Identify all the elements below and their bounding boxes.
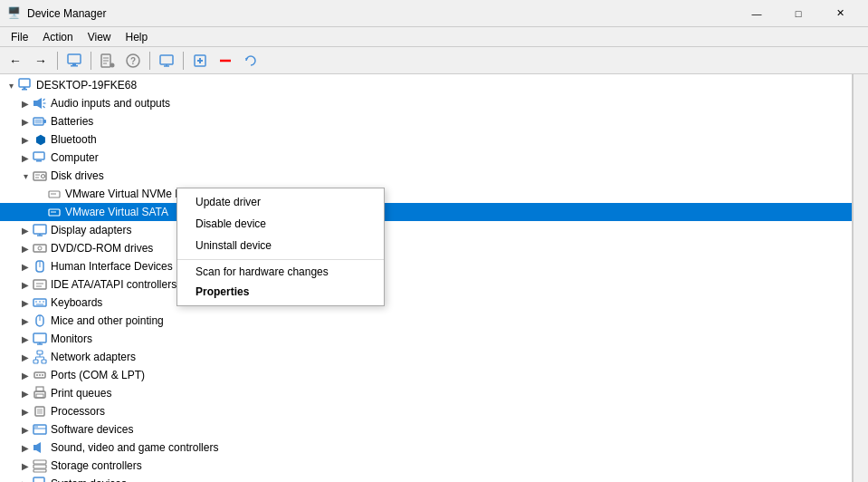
sound-icon [33,440,47,455]
expand-system[interactable]: ▶ [18,477,33,482]
tree-mouse[interactable]: ▶ Mice and other pointing [0,312,852,330]
context-scan-changes[interactable]: Scan for hardware changes [177,259,384,281]
context-uninstall-device[interactable]: Uninstall device [177,235,384,256]
tree-audio[interactable]: ▶ Audio inputs and outputs [0,94,852,112]
tree-root[interactable]: ▾ DESKTOP-19FKE68 [0,76,852,94]
tree-processors[interactable]: ▶ Processors [0,402,852,420]
tree-computer[interactable]: ▶ Computer [0,149,852,167]
expand-keyboard[interactable]: ▶ [18,295,33,310]
sata-label: VMware Virtual SATA [65,206,168,218]
toolbar-properties[interactable] [96,50,119,72]
svg-marker-80 [36,442,41,453]
tree-sata[interactable]: ▶ VMware Virtual SATA [0,203,852,221]
expand-mouse[interactable]: ▶ [18,313,33,328]
svg-rect-79 [33,445,36,450]
menu-file[interactable]: File [4,29,35,45]
tree-hid[interactable]: ▶ Human Interface Devices [0,257,852,275]
tree-dvd[interactable]: ▶ DVD/CD-ROM drives [0,239,852,257]
tree-software[interactable]: ▶ Software devices [0,420,852,439]
svg-line-25 [43,106,45,108]
tree-print[interactable]: ▶ Print queues [0,384,852,402]
main-content: ▾ DESKTOP-19FKE68 ▶ Audio inputs and out… [0,74,868,482]
nvme-icon [47,187,62,201]
expand-audio[interactable]: ▶ [18,96,33,111]
tree-keyboard[interactable]: ▶ Keyboards [0,294,852,312]
svg-rect-2 [72,63,76,65]
svg-rect-75 [37,409,43,414]
tree-monitors[interactable]: ▶ Monitors [0,330,852,348]
ide-label: IDE ATA/ATAPI controllers [51,278,176,291]
tree-disk[interactable]: ▾ Disk drives [0,167,852,185]
keyboard-icon [33,295,47,310]
context-properties[interactable]: Properties [177,281,384,303]
menu-help[interactable]: Help [119,29,156,45]
toolbar-remove[interactable] [214,50,237,72]
svg-rect-82 [33,465,46,468]
context-disable-device[interactable]: Disable device [177,213,384,235]
expand-network[interactable]: ▶ [18,350,33,364]
monitors-label: Monitors [51,333,92,345]
tree-storage[interactable]: ▶ Storage controllers [0,457,852,475]
menu-action[interactable]: Action [35,29,80,45]
expand-computer[interactable]: ▶ [18,150,33,165]
toolbar-help[interactable]: ? [121,50,145,72]
svg-point-70 [42,374,43,376]
menu-view[interactable]: View [81,29,119,45]
device-tree[interactable]: ▾ DESKTOP-19FKE68 ▶ Audio inputs and out… [0,74,853,482]
svg-rect-47 [33,280,46,289]
network-icon [33,350,47,364]
close-button[interactable]: ✕ [819,0,861,27]
toolbar-add[interactable] [188,50,212,72]
expand-batteries[interactable]: ▶ [18,114,33,129]
svg-rect-43 [33,245,46,252]
expand-display[interactable]: ▶ [18,223,33,237]
storage-icon [33,458,47,473]
expand-nvme: ▶ [33,187,47,201]
svg-rect-21 [33,101,37,106]
toolbar-display[interactable] [155,50,178,72]
expand-ide[interactable]: ▶ [18,277,33,292]
expand-print[interactable]: ▶ [18,386,33,400]
software-label: Software devices [51,423,133,436]
tree-network[interactable]: ▶ Network adapters [0,348,852,366]
toolbar-forward[interactable]: → [29,50,52,72]
expand-storage[interactable]: ▶ [18,458,33,473]
tree-nvme[interactable]: ▶ VMware Virtual NVMe Disk [0,185,852,203]
toolbar-back[interactable]: ← [4,50,27,72]
dvd-label: DVD/CD-ROM drives [51,242,153,255]
tree-system[interactable]: ▶ System devices [0,475,852,482]
expand-software[interactable]: ▶ [18,422,33,437]
context-update-driver[interactable]: Update driver [177,191,384,213]
tree-ports[interactable]: ▶ Ports (COM & LPT) [0,366,852,384]
tree-display[interactable]: ▶ Display adapters [0,221,852,239]
svg-text:?: ? [130,56,136,66]
expand-bluetooth[interactable]: ▶ [18,132,33,147]
expand-disk[interactable]: ▾ [18,169,33,183]
app-icon: 🖥️ [7,6,22,21]
processors-label: Processors [51,405,105,418]
svg-rect-50 [33,299,46,306]
svg-rect-20 [24,87,26,89]
audio-label: Audio inputs and outputs [51,97,170,110]
tree-batteries[interactable]: ▶ Batteries [0,112,852,130]
expand-processors[interactable]: ▶ [18,404,33,419]
expand-root[interactable]: ▾ [4,78,18,92]
minimize-button[interactable]: — [736,0,777,27]
expand-ports[interactable]: ▶ [18,368,33,382]
scrollbar[interactable] [853,74,868,482]
expand-monitors[interactable]: ▶ [18,332,33,346]
expand-sata: ▶ [33,205,47,219]
toolbar-computer[interactable] [62,50,86,72]
display-label: Display adapters [51,224,131,236]
expand-sound[interactable]: ▶ [18,440,33,455]
expand-dvd[interactable]: ▶ [18,241,33,255]
toolbar-refresh[interactable] [239,50,262,72]
disk-icon [33,169,47,183]
expand-hid[interactable]: ▶ [18,259,33,274]
svg-point-68 [36,374,38,376]
maximize-button[interactable]: □ [777,0,819,27]
tree-sound[interactable]: ▶ Sound, video and game controllers [0,439,852,457]
tree-ide[interactable]: ▶ IDE ATA/ATAPI controllers [0,275,852,294]
tree-bluetooth[interactable]: ▶ ⬢ Bluetooth [0,130,852,149]
bluetooth-label: Bluetooth [51,133,97,146]
